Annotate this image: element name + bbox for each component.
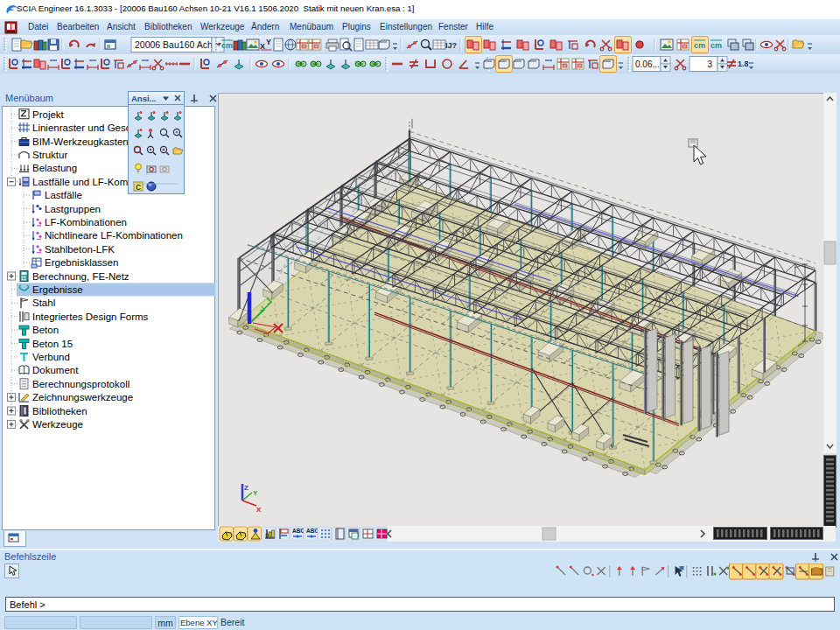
- svg-text:Lastgruppen: Lastgruppen: [45, 204, 101, 214]
- svg-text:Projekt: Projekt: [32, 109, 65, 120]
- svg-text:Dokument: Dokument: [32, 365, 79, 375]
- svg-text:cm: cm: [221, 41, 233, 50]
- svg-text:Lastfälle: Lastfälle: [45, 190, 82, 200]
- svg-text:Ergebnisklassen: Ergebnisklassen: [45, 257, 118, 268]
- svg-text:X: X: [256, 506, 262, 514]
- svg-text:Z: Z: [244, 484, 248, 492]
- svg-text:Struktur: Struktur: [32, 150, 67, 160]
- svg-text:Berechnung, FE-Netz: Berechnung, FE-Netz: [32, 271, 130, 282]
- svg-text:3: 3: [707, 60, 712, 69]
- svg-text:Y: Y: [266, 38, 271, 46]
- svg-text:IJ?: IJ?: [445, 41, 457, 50]
- svg-text:Zeichnungswerkzeuge: Zeichnungswerkzeuge: [32, 392, 133, 402]
- svg-text:ABC: ABC: [306, 528, 318, 534]
- svg-text:ABC: ABC: [292, 528, 304, 534]
- svg-text:Beton: Beton: [32, 325, 59, 335]
- svg-text:Ansi...: Ansi...: [131, 94, 157, 103]
- svg-text:cm: cm: [710, 41, 722, 50]
- svg-text:Ergebnisse: Ergebnisse: [32, 284, 83, 295]
- svg-text:Stahlbeton-LFK: Stahlbeton-LFK: [45, 244, 115, 255]
- svg-text:Nichtlineare LF-Kombinationen: Nichtlineare LF-Kombinationen: [45, 230, 183, 241]
- svg-text:Stahl: Stahl: [32, 298, 55, 308]
- svg-text:Verbund: Verbund: [32, 352, 70, 362]
- svg-text:Belastung: Belastung: [32, 163, 77, 173]
- svg-text:Berechnungsprotokoll: Berechnungsprotokoll: [32, 379, 130, 389]
- svg-text:Integriertes Design Forms: Integriertes Design Forms: [32, 312, 149, 322]
- svg-text:LF-Kombinationen: LF-Kombinationen: [45, 217, 127, 228]
- svg-text:BIM-Werkzeugkasten: BIM-Werkzeugkasten: [32, 136, 129, 147]
- svg-text:Bibliotheken: Bibliotheken: [32, 406, 88, 416]
- svg-text:20006 Bau160 Ach: 20006 Bau160 Ach: [135, 39, 213, 50]
- svg-text:Werkzeuge: Werkzeuge: [32, 419, 83, 430]
- svg-text:0.06...: 0.06...: [635, 60, 660, 69]
- svg-text:1.8: 1.8: [738, 60, 749, 68]
- svg-text:Beton 15: Beton 15: [32, 339, 73, 349]
- svg-text:cm: cm: [694, 41, 705, 50]
- svg-text:Y: Y: [253, 489, 258, 497]
